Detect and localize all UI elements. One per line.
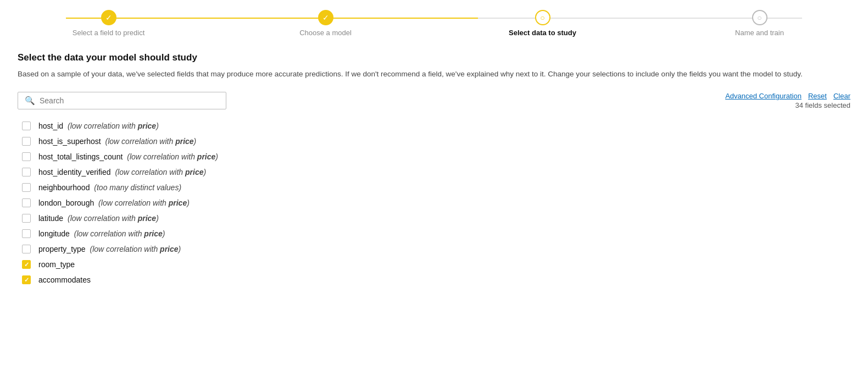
field-note-host-is-superhost: (low correlation with price) xyxy=(103,137,197,146)
field-note-property-type: (low correlation with price) xyxy=(88,245,181,253)
field-item-host-is-superhost: host_is_superhost (low correlation with … xyxy=(18,134,846,149)
step-select-data[interactable]: ○ Select data to study xyxy=(434,10,651,37)
step-label-1: Select a field to predict xyxy=(73,29,145,37)
checkbox-neighbourhood[interactable] xyxy=(22,183,31,192)
checkbox-host-total-listings[interactable] xyxy=(22,152,31,161)
toolbar-links: Advanced Configuration Reset Clear xyxy=(725,92,850,100)
field-name-host-total-listings: host_total_listings_count xyxy=(38,152,123,161)
checkbox-accommodates[interactable]: ✓ xyxy=(22,275,31,284)
field-note-host-total-listings: (low correlation with price) xyxy=(125,152,218,161)
checkbox-longitude[interactable] xyxy=(22,229,31,238)
step-label-3: Select data to study xyxy=(509,29,576,37)
advanced-config-link[interactable]: Advanced Configuration xyxy=(725,92,802,100)
checkbox-host-id[interactable] xyxy=(22,122,31,130)
field-item-room-type: ✓ room_type xyxy=(18,257,846,272)
fields-selected-count: 34 fields selected xyxy=(795,101,850,109)
toolbar-row: 🔍 Advanced Configuration Reset Clear 34 … xyxy=(18,92,850,109)
field-note-host-id: (low correlation with price) xyxy=(65,122,159,130)
field-note-longitude: (low correlation with price) xyxy=(72,229,165,238)
step-label-2: Choose a model xyxy=(299,29,352,37)
section-desc: Based on a sample of your data, we've se… xyxy=(18,69,831,80)
checkmark-accommodates: ✓ xyxy=(24,277,29,284)
checkbox-london-borough[interactable] xyxy=(22,198,31,207)
field-name-host-id: host_id xyxy=(38,122,63,130)
main-content: Select the data your model should study … xyxy=(0,42,868,288)
field-name-neighbourhood: neighbourhood xyxy=(38,183,90,192)
field-name-property-type: property_type xyxy=(38,245,86,253)
step-choose-model[interactable]: ✓ Choose a model xyxy=(217,10,434,37)
field-item-longitude: longitude (low correlation with price) xyxy=(18,226,846,241)
field-note-neighbourhood: (too many distinct values) xyxy=(92,183,181,192)
checkmark-room-type: ✓ xyxy=(24,261,29,268)
scroll-area: host_id (low correlation with price) hos… xyxy=(18,118,850,288)
field-note-latitude: (low correlation with price) xyxy=(65,214,159,223)
field-name-accommodates: accommodates xyxy=(38,275,91,284)
field-item-london-borough: london_borough (low correlation with pri… xyxy=(18,195,846,211)
field-item-host-total-listings: host_total_listings_count (low correlati… xyxy=(18,149,846,164)
clear-link[interactable]: Clear xyxy=(833,92,850,100)
field-name-room-type: room_type xyxy=(38,260,75,269)
circle-icon-3: ○ xyxy=(540,13,544,22)
section-title: Select the data your model should study xyxy=(18,52,850,63)
field-name-london-borough: london_borough xyxy=(38,198,94,207)
step-circle-3: ○ xyxy=(535,10,550,25)
search-input[interactable] xyxy=(40,96,219,105)
field-item-property-type: property_type (low correlation with pric… xyxy=(18,241,846,257)
stepper: ✓ Select a field to predict ✓ Choose a m… xyxy=(0,0,868,42)
checkbox-host-is-superhost[interactable] xyxy=(22,137,31,146)
checkmark-icon-1: ✓ xyxy=(105,13,112,22)
field-name-host-is-superhost: host_is_superhost xyxy=(38,137,101,146)
field-note-london-borough: (low correlation with price) xyxy=(96,198,190,207)
checkbox-host-identity-verified[interactable] xyxy=(22,168,31,176)
field-note-host-identity-verified: (low correlation with price) xyxy=(113,168,207,176)
reset-link[interactable]: Reset xyxy=(808,92,827,100)
field-name-host-identity-verified: host_identity_verified xyxy=(38,168,111,176)
search-box[interactable]: 🔍 xyxy=(18,92,226,109)
field-name-latitude: latitude xyxy=(38,214,63,223)
toolbar-right: Advanced Configuration Reset Clear 34 fi… xyxy=(725,92,850,109)
field-item-accommodates: ✓ accommodates xyxy=(18,272,846,288)
checkmark-icon-2: ✓ xyxy=(322,13,329,22)
field-item-latitude: latitude (low correlation with price) xyxy=(18,211,846,226)
circle-icon-4: ○ xyxy=(757,13,761,22)
field-item-host-identity-verified: host_identity_verified (low correlation … xyxy=(18,164,846,180)
step-label-4: Name and train xyxy=(735,29,784,37)
step-circle-1: ✓ xyxy=(101,10,116,25)
step-select-field[interactable]: ✓ Select a field to predict xyxy=(0,10,217,37)
field-item-neighbourhood: neighbourhood (too many distinct values) xyxy=(18,180,846,195)
step-circle-4: ○ xyxy=(752,10,767,25)
checkbox-latitude[interactable] xyxy=(22,214,31,223)
step-name-train[interactable]: ○ Name and train xyxy=(651,10,868,37)
checkbox-property-type[interactable] xyxy=(22,245,31,253)
fields-list: host_id (low correlation with price) hos… xyxy=(18,118,850,288)
field-name-longitude: longitude xyxy=(38,229,70,238)
field-item-host-id: host_id (low correlation with price) xyxy=(18,118,846,134)
search-icon: 🔍 xyxy=(25,96,35,106)
step-circle-2: ✓ xyxy=(318,10,333,25)
checkbox-room-type[interactable]: ✓ xyxy=(22,260,31,269)
